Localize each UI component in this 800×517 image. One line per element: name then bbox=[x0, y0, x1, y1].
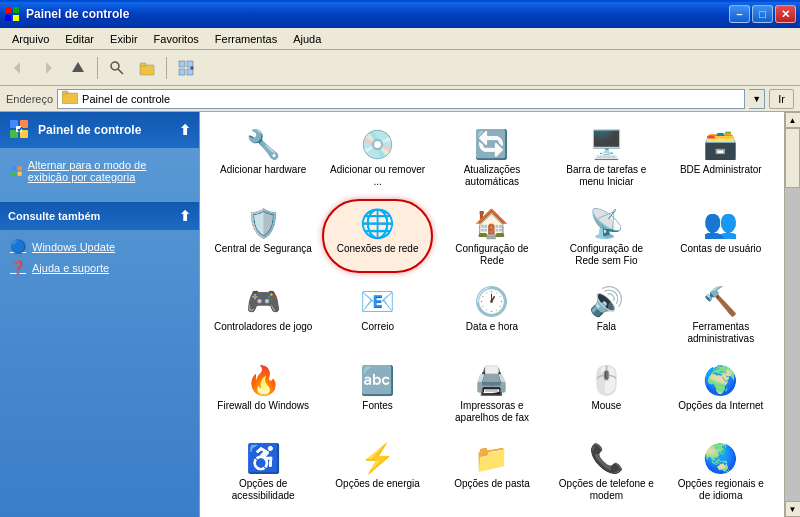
svg-rect-10 bbox=[140, 63, 146, 66]
icon-label-18: Mouse bbox=[591, 400, 621, 412]
menu-editar[interactable]: Editar bbox=[57, 31, 102, 47]
icon-item-18[interactable]: 🖱️ Mouse bbox=[551, 356, 661, 431]
consult-section: Consulte também ⬆ 🔵 Windows Update ❓ Aju… bbox=[0, 202, 199, 284]
icon-emoji-19: 🌍 bbox=[703, 364, 738, 397]
svg-line-8 bbox=[118, 69, 123, 74]
panel-collapse-button[interactable]: ⬆ bbox=[179, 122, 191, 138]
scroll-up-button[interactable]: ▲ bbox=[785, 112, 801, 128]
icon-item-1[interactable]: 💿 Adicionar ou remover ... bbox=[322, 120, 432, 195]
icon-label-8: Configuração de Rede sem Fio bbox=[557, 243, 655, 267]
scroll-track[interactable] bbox=[785, 128, 800, 501]
maximize-button[interactable]: □ bbox=[752, 5, 773, 23]
icon-item-5[interactable]: 🛡️ Central de Segurança bbox=[208, 199, 318, 274]
icon-item-21[interactable]: ⚡ Opções de energia bbox=[322, 434, 432, 509]
toolbar bbox=[0, 50, 800, 86]
svg-marker-4 bbox=[14, 62, 20, 74]
consult-collapse-button[interactable]: ⬆ bbox=[179, 208, 191, 224]
menu-ajuda[interactable]: Ajuda bbox=[285, 31, 329, 47]
icon-emoji-2: 🔄 bbox=[474, 128, 509, 161]
search-button[interactable] bbox=[103, 55, 131, 81]
icon-item-16[interactable]: 🔤 Fontes bbox=[322, 356, 432, 431]
icon-item-14[interactable]: 🔨 Ferramentas administrativas bbox=[666, 277, 776, 352]
icon-item-2[interactable]: 🔄 Atualizações automáticas bbox=[437, 120, 547, 195]
svg-rect-14 bbox=[187, 69, 193, 75]
icon-item-7[interactable]: 🏠 Configuração de Rede bbox=[437, 199, 547, 274]
icon-item-24[interactable]: 🌏 Opções regionais e de idioma bbox=[666, 434, 776, 509]
icon-emoji-9: 👥 bbox=[703, 207, 738, 240]
window-icon bbox=[4, 6, 20, 22]
address-label: Endereço bbox=[6, 93, 53, 105]
icon-emoji-10: 🎮 bbox=[246, 285, 281, 318]
icon-item-9[interactable]: 👥 Contas de usuário bbox=[666, 199, 776, 274]
menu-ferramentas[interactable]: Ferramentas bbox=[207, 31, 285, 47]
icon-label-20: Opções de acessibilidade bbox=[214, 478, 312, 502]
main-layout: Painel de controle ⬆ Alternar para o mod… bbox=[0, 112, 800, 517]
icon-item-15[interactable]: 🔥 Firewall do Windows bbox=[208, 356, 318, 431]
folders-button[interactable] bbox=[133, 55, 161, 81]
windows-update-icon: 🔵 bbox=[10, 239, 26, 254]
icon-item-3[interactable]: 🖥️ Barra de tarefas e menu Iniciar bbox=[551, 120, 661, 195]
icon-item-19[interactable]: 🌍 Opções da Internet bbox=[666, 356, 776, 431]
svg-point-7 bbox=[111, 62, 119, 70]
go-button[interactable]: Ir bbox=[769, 89, 794, 109]
icon-label-0: Adicionar hardware bbox=[220, 164, 306, 176]
category-view-link[interactable]: Alternar para o modo de exibição por cat… bbox=[8, 156, 191, 186]
left-panel: Painel de controle ⬆ Alternar para o mod… bbox=[0, 112, 200, 517]
views-button[interactable] bbox=[172, 55, 200, 81]
icon-label-5: Central de Segurança bbox=[215, 243, 312, 255]
icon-emoji-6: 🌐 bbox=[360, 207, 395, 240]
panel-title: Painel de controle bbox=[38, 123, 179, 137]
separator-1 bbox=[97, 57, 98, 79]
icon-item-12[interactable]: 🕐 Data e hora bbox=[437, 277, 547, 352]
icon-emoji-17: 🖨️ bbox=[474, 364, 509, 397]
svg-marker-5 bbox=[46, 62, 52, 74]
icon-item-23[interactable]: 📞 Opções de telefone e modem bbox=[551, 434, 661, 509]
svg-rect-13 bbox=[179, 69, 185, 75]
icon-item-8[interactable]: 📡 Configuração de Rede sem Fio bbox=[551, 199, 661, 274]
icon-item-4[interactable]: 🗃️ BDE Administrator bbox=[666, 120, 776, 195]
icon-label-11: Correio bbox=[361, 321, 394, 333]
minimize-button[interactable]: – bbox=[729, 5, 750, 23]
consult-title: Consulte também bbox=[8, 210, 100, 222]
icon-label-9: Contas de usuário bbox=[680, 243, 761, 255]
icon-emoji-11: 📧 bbox=[360, 285, 395, 318]
up-button[interactable] bbox=[64, 55, 92, 81]
icon-label-15: Firewall do Windows bbox=[217, 400, 309, 412]
windows-update-label: Windows Update bbox=[32, 241, 115, 253]
svg-rect-1 bbox=[13, 7, 19, 13]
icon-item-20[interactable]: ♿ Opções de acessibilidade bbox=[208, 434, 318, 509]
address-bar: Endereço Painel de controle ▼ Ir bbox=[0, 86, 800, 112]
menu-arquivo[interactable]: Arquivo bbox=[4, 31, 57, 47]
icon-emoji-0: 🔧 bbox=[246, 128, 281, 161]
scroll-down-button[interactable]: ▼ bbox=[785, 501, 801, 517]
forward-button[interactable] bbox=[34, 55, 62, 81]
icon-emoji-21: ⚡ bbox=[360, 442, 395, 475]
svg-rect-0 bbox=[5, 7, 11, 13]
scroll-thumb[interactable] bbox=[785, 128, 800, 188]
icon-item-0[interactable]: 🔧 Adicionar hardware bbox=[208, 120, 318, 195]
close-button[interactable]: ✕ bbox=[775, 5, 796, 23]
icon-item-11[interactable]: 📧 Correio bbox=[322, 277, 432, 352]
icon-item-13[interactable]: 🔊 Fala bbox=[551, 277, 661, 352]
icon-item-10[interactable]: 🎮 Controladores de jogo bbox=[208, 277, 318, 352]
help-support-link[interactable]: ❓ Ajuda e suporte bbox=[8, 257, 191, 278]
windows-update-link[interactable]: 🔵 Windows Update bbox=[8, 236, 191, 257]
svg-rect-24 bbox=[18, 166, 22, 170]
menu-favoritos[interactable]: Favoritos bbox=[146, 31, 207, 47]
menu-exibir[interactable]: Exibir bbox=[102, 31, 146, 47]
icon-item-22[interactable]: 📁 Opções de pasta bbox=[437, 434, 547, 509]
scrollbar[interactable]: ▲ ▼ bbox=[784, 112, 800, 517]
icon-label-22: Opções de pasta bbox=[454, 478, 530, 490]
back-button[interactable] bbox=[4, 55, 32, 81]
icon-emoji-16: 🔤 bbox=[360, 364, 395, 397]
icon-item-17[interactable]: 🖨️ Impressoras e aparelhos de fax bbox=[437, 356, 547, 431]
icon-label-7: Configuração de Rede bbox=[443, 243, 541, 267]
svg-rect-26 bbox=[18, 172, 22, 176]
svg-rect-16 bbox=[62, 93, 78, 104]
icon-label-13: Fala bbox=[597, 321, 616, 333]
consult-content: 🔵 Windows Update ❓ Ajuda e suporte bbox=[0, 230, 199, 284]
icon-emoji-8: 📡 bbox=[589, 207, 624, 240]
icon-item-6[interactable]: 🌐 Conexões de rede bbox=[322, 199, 432, 274]
address-dropdown[interactable]: ▼ bbox=[749, 89, 765, 109]
separator-2 bbox=[166, 57, 167, 79]
